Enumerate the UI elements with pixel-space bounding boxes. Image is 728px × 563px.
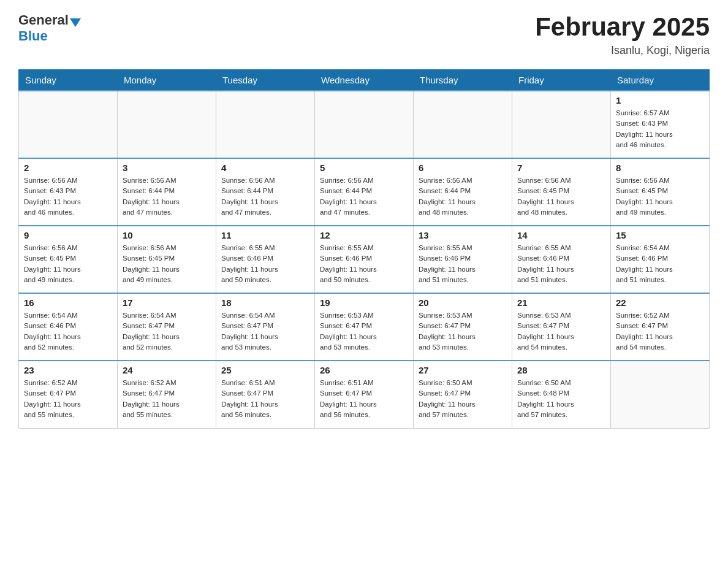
calendar-cell — [118, 91, 216, 158]
day-info: Sunrise: 6:54 AM Sunset: 6:46 PM Dayligh… — [24, 310, 112, 353]
day-number: 24 — [123, 365, 211, 375]
day-info: Sunrise: 6:54 AM Sunset: 6:47 PM Dayligh… — [123, 310, 211, 353]
calendar-cell: 16Sunrise: 6:54 AM Sunset: 6:46 PM Dayli… — [19, 293, 118, 361]
day-number: 8 — [616, 163, 704, 173]
calendar-cell — [414, 91, 512, 158]
logo-triangle-icon — [70, 18, 81, 27]
calendar-cell: 20Sunrise: 6:53 AM Sunset: 6:47 PM Dayli… — [414, 293, 512, 361]
day-number: 19 — [320, 297, 408, 308]
calendar-cell: 4Sunrise: 6:56 AM Sunset: 6:44 PM Daylig… — [216, 158, 315, 226]
week-row-2: 2Sunrise: 6:56 AM Sunset: 6:43 PM Daylig… — [19, 158, 710, 226]
day-number: 3 — [123, 163, 211, 173]
calendar-cell: 14Sunrise: 6:55 AM Sunset: 6:46 PM Dayli… — [512, 226, 611, 293]
calendar-cell: 28Sunrise: 6:50 AM Sunset: 6:48 PM Dayli… — [512, 361, 611, 428]
calendar-cell: 9Sunrise: 6:56 AM Sunset: 6:45 PM Daylig… — [19, 226, 118, 293]
day-info: Sunrise: 6:56 AM Sunset: 6:45 PM Dayligh… — [123, 243, 211, 285]
day-info: Sunrise: 6:55 AM Sunset: 6:46 PM Dayligh… — [320, 243, 408, 285]
calendar-cell — [512, 91, 611, 158]
day-info: Sunrise: 6:52 AM Sunset: 6:47 PM Dayligh… — [616, 310, 704, 353]
calendar-cell: 22Sunrise: 6:52 AM Sunset: 6:47 PM Dayli… — [611, 293, 710, 361]
weekday-header-thursday: Thursday — [414, 70, 512, 91]
day-number: 27 — [419, 365, 507, 375]
week-row-5: 23Sunrise: 6:52 AM Sunset: 6:47 PM Dayli… — [19, 361, 710, 428]
calendar-cell: 11Sunrise: 6:55 AM Sunset: 6:46 PM Dayli… — [216, 226, 315, 293]
day-info: Sunrise: 6:54 AM Sunset: 6:46 PM Dayligh… — [616, 243, 704, 285]
day-number: 13 — [419, 230, 507, 240]
day-info: Sunrise: 6:56 AM Sunset: 6:43 PM Dayligh… — [24, 175, 112, 218]
week-row-4: 16Sunrise: 6:54 AM Sunset: 6:46 PM Dayli… — [19, 293, 710, 361]
day-info: Sunrise: 6:50 AM Sunset: 6:48 PM Dayligh… — [517, 378, 605, 420]
day-number: 15 — [616, 230, 704, 240]
day-number: 5 — [320, 163, 408, 173]
calendar-cell: 7Sunrise: 6:56 AM Sunset: 6:45 PM Daylig… — [512, 158, 611, 226]
day-info: Sunrise: 6:55 AM Sunset: 6:46 PM Dayligh… — [517, 243, 605, 285]
day-number: 9 — [24, 230, 112, 240]
day-info: Sunrise: 6:56 AM Sunset: 6:45 PM Dayligh… — [24, 243, 112, 285]
day-number: 2 — [24, 163, 112, 173]
day-number: 22 — [616, 297, 704, 308]
calendar-cell: 21Sunrise: 6:53 AM Sunset: 6:47 PM Dayli… — [512, 293, 611, 361]
day-number: 18 — [221, 297, 309, 308]
calendar-cell — [315, 91, 414, 158]
day-number: 25 — [221, 365, 309, 375]
day-number: 14 — [517, 230, 605, 240]
calendar-cell: 6Sunrise: 6:56 AM Sunset: 6:44 PM Daylig… — [414, 158, 512, 226]
day-number: 28 — [517, 365, 605, 375]
day-number: 10 — [123, 230, 211, 240]
calendar-cell: 8Sunrise: 6:56 AM Sunset: 6:45 PM Daylig… — [611, 158, 710, 226]
day-info: Sunrise: 6:55 AM Sunset: 6:46 PM Dayligh… — [221, 243, 309, 285]
day-number: 7 — [517, 163, 605, 173]
weekday-header-wednesday: Wednesday — [315, 70, 414, 91]
day-number: 6 — [419, 163, 507, 173]
logo-general-text: General — [18, 12, 69, 28]
day-info: Sunrise: 6:52 AM Sunset: 6:47 PM Dayligh… — [24, 378, 112, 420]
day-number: 21 — [517, 297, 605, 308]
day-info: Sunrise: 6:56 AM Sunset: 6:44 PM Dayligh… — [419, 175, 507, 218]
calendar-cell: 2Sunrise: 6:56 AM Sunset: 6:43 PM Daylig… — [19, 158, 118, 226]
day-number: 1 — [616, 95, 704, 105]
week-row-3: 9Sunrise: 6:56 AM Sunset: 6:45 PM Daylig… — [19, 226, 710, 293]
day-number: 23 — [24, 365, 112, 375]
day-info: Sunrise: 6:57 AM Sunset: 6:43 PM Dayligh… — [616, 108, 704, 150]
day-number: 26 — [320, 365, 408, 375]
calendar-cell: 15Sunrise: 6:54 AM Sunset: 6:46 PM Dayli… — [611, 226, 710, 293]
page-header: General Blue February 2025 Isanlu, Kogi,… — [18, 12, 710, 57]
weekday-header-tuesday: Tuesday — [216, 70, 315, 91]
day-info: Sunrise: 6:56 AM Sunset: 6:44 PM Dayligh… — [221, 175, 309, 218]
day-info: Sunrise: 6:51 AM Sunset: 6:47 PM Dayligh… — [320, 378, 408, 420]
day-number: 12 — [320, 230, 408, 240]
calendar-cell: 17Sunrise: 6:54 AM Sunset: 6:47 PM Dayli… — [118, 293, 216, 361]
calendar-cell: 23Sunrise: 6:52 AM Sunset: 6:47 PM Dayli… — [19, 361, 118, 428]
calendar-cell: 26Sunrise: 6:51 AM Sunset: 6:47 PM Dayli… — [315, 361, 414, 428]
calendar-cell — [216, 91, 315, 158]
calendar-cell: 19Sunrise: 6:53 AM Sunset: 6:47 PM Dayli… — [315, 293, 414, 361]
day-number: 20 — [419, 297, 507, 308]
day-info: Sunrise: 6:53 AM Sunset: 6:47 PM Dayligh… — [419, 310, 507, 353]
weekday-header-monday: Monday — [118, 70, 216, 91]
calendar-cell: 13Sunrise: 6:55 AM Sunset: 6:46 PM Dayli… — [414, 226, 512, 293]
calendar-cell: 18Sunrise: 6:54 AM Sunset: 6:47 PM Dayli… — [216, 293, 315, 361]
day-info: Sunrise: 6:53 AM Sunset: 6:47 PM Dayligh… — [517, 310, 605, 353]
title-block: February 2025 Isanlu, Kogi, Nigeria — [535, 12, 710, 57]
month-title: February 2025 — [535, 12, 710, 42]
calendar-cell — [611, 361, 710, 428]
calendar-cell: 12Sunrise: 6:55 AM Sunset: 6:46 PM Dayli… — [315, 226, 414, 293]
calendar-cell: 5Sunrise: 6:56 AM Sunset: 6:44 PM Daylig… — [315, 158, 414, 226]
logo: General Blue — [18, 12, 81, 44]
calendar-cell: 10Sunrise: 6:56 AM Sunset: 6:45 PM Dayli… — [118, 226, 216, 293]
day-info: Sunrise: 6:56 AM Sunset: 6:44 PM Dayligh… — [123, 175, 211, 218]
calendar-cell: 1Sunrise: 6:57 AM Sunset: 6:43 PM Daylig… — [611, 91, 710, 158]
calendar-cell: 25Sunrise: 6:51 AM Sunset: 6:47 PM Dayli… — [216, 361, 315, 428]
weekday-header-row: SundayMondayTuesdayWednesdayThursdayFrid… — [19, 70, 710, 91]
logo-blue-text: Blue — [18, 28, 48, 44]
day-number: 11 — [221, 230, 309, 240]
day-info: Sunrise: 6:53 AM Sunset: 6:47 PM Dayligh… — [320, 310, 408, 353]
weekday-header-sunday: Sunday — [19, 70, 118, 91]
day-number: 16 — [24, 297, 112, 308]
calendar-cell — [19, 91, 118, 158]
day-info: Sunrise: 6:56 AM Sunset: 6:45 PM Dayligh… — [616, 175, 704, 218]
calendar-cell: 3Sunrise: 6:56 AM Sunset: 6:44 PM Daylig… — [118, 158, 216, 226]
week-row-1: 1Sunrise: 6:57 AM Sunset: 6:43 PM Daylig… — [19, 91, 710, 158]
calendar-cell: 24Sunrise: 6:52 AM Sunset: 6:47 PM Dayli… — [118, 361, 216, 428]
day-info: Sunrise: 6:56 AM Sunset: 6:45 PM Dayligh… — [517, 175, 605, 218]
